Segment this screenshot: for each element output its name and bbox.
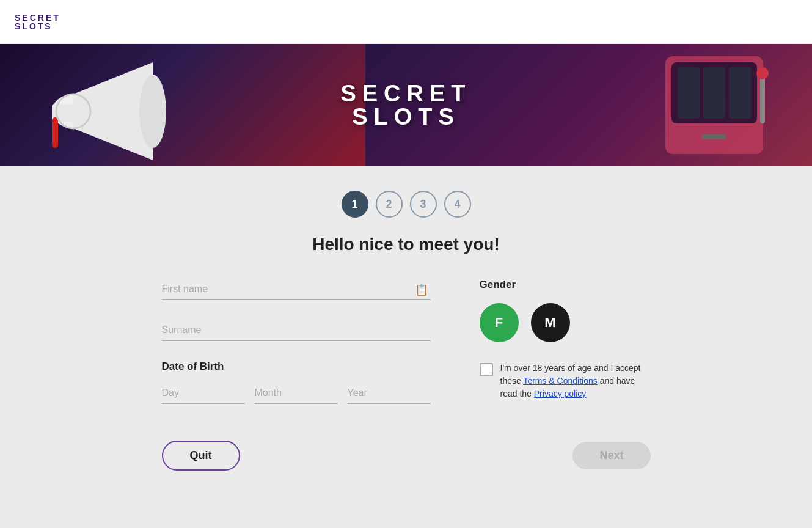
terms-section: I'm over 18 years of age and I accept th…	[480, 362, 651, 400]
quit-button[interactable]: Quit	[162, 441, 240, 471]
privacy-link[interactable]: Privacy policy	[534, 389, 587, 398]
terms-link[interactable]: Terms & Conditions	[523, 376, 597, 386]
footer-buttons: Quit Next	[101, 441, 712, 471]
gender-section: Gender F M	[480, 279, 651, 342]
svg-rect-11	[760, 75, 765, 123]
banner-line2: SLOTS	[340, 105, 471, 128]
svg-rect-10	[729, 67, 751, 119]
year-input-wrap	[348, 383, 431, 404]
gender-female-button[interactable]: F	[480, 303, 519, 342]
step-3[interactable]: 3	[410, 191, 437, 218]
step-indicators: 1 2 3 4	[0, 191, 812, 218]
registration-form: 📋 Date of Birth	[101, 279, 712, 404]
month-input-wrap	[255, 383, 338, 404]
step-1[interactable]: 1	[342, 191, 368, 218]
dob-section: Date of Birth	[162, 361, 431, 404]
first-name-input[interactable]	[162, 279, 431, 300]
svg-point-12	[756, 67, 769, 79]
surname-input[interactable]	[162, 320, 431, 341]
day-input[interactable]	[162, 383, 245, 404]
dob-label: Date of Birth	[162, 361, 431, 373]
top-navigation: SECRET SLOTS	[0, 0, 812, 44]
next-button[interactable]: Next	[572, 442, 650, 469]
logo-line1: SECRET	[15, 13, 60, 22]
terms-text: I'm over 18 years of age and I accept th…	[500, 362, 651, 400]
logo: SECRET SLOTS	[15, 13, 60, 31]
svg-rect-3	[52, 117, 58, 148]
main-content: 1 2 3 4 Hello nice to meet you! 📋	[0, 166, 812, 528]
first-name-group: 📋	[162, 279, 431, 300]
form-left-column: 📋 Date of Birth	[162, 279, 431, 404]
logo-line2: SLOTS	[15, 22, 60, 31]
terms-checkbox[interactable]	[480, 363, 493, 376]
banner-text: SECRET SLOTS	[340, 82, 471, 128]
gender-label: Gender	[480, 279, 651, 291]
banner: SECRET SLOTS	[0, 44, 812, 166]
megaphone-decoration	[37, 50, 171, 166]
year-input[interactable]	[348, 383, 431, 404]
svg-point-4	[139, 75, 166, 148]
day-input-wrap	[162, 383, 245, 404]
dob-inputs	[162, 383, 431, 404]
surname-group	[162, 320, 431, 341]
gender-options: F M	[480, 303, 651, 342]
svg-rect-8	[678, 67, 700, 119]
month-input[interactable]	[255, 383, 338, 404]
gender-male-button[interactable]: M	[531, 303, 570, 342]
step-4[interactable]: 4	[444, 191, 471, 218]
svg-rect-9	[703, 67, 725, 119]
id-card-icon: 📋	[415, 283, 428, 296]
form-right-column: Gender F M I'm over 18 years of age and …	[480, 279, 651, 404]
svg-rect-13	[702, 134, 726, 139]
banner-line1: SECRET	[340, 82, 471, 105]
step-2[interactable]: 2	[376, 191, 403, 218]
slot-decoration	[604, 44, 800, 166]
page-title: Hello nice to meet you!	[0, 235, 812, 254]
